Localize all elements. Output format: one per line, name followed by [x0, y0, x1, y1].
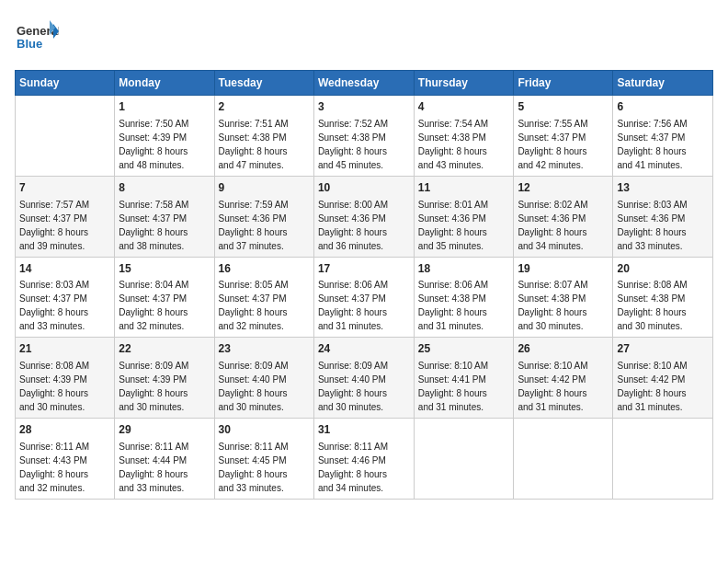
day-number: 9 [219, 180, 310, 196]
day-number: 29 [119, 422, 210, 438]
calendar-cell: 24Sunrise: 8:09 AM Sunset: 4:40 PM Dayli… [313, 338, 414, 419]
day-info: Sunrise: 8:10 AM Sunset: 4:42 PM Dayligh… [617, 359, 709, 414]
calendar-cell: 11Sunrise: 8:01 AM Sunset: 4:36 PM Dayli… [414, 176, 514, 257]
day-number: 4 [418, 99, 510, 115]
day-info: Sunrise: 8:06 AM Sunset: 4:38 PM Dayligh… [418, 278, 510, 333]
day-number: 10 [318, 180, 410, 196]
day-info: Sunrise: 8:05 AM Sunset: 4:37 PM Dayligh… [219, 278, 310, 333]
day-info: Sunrise: 8:03 AM Sunset: 4:36 PM Dayligh… [617, 198, 709, 253]
calendar-cell: 28Sunrise: 8:11 AM Sunset: 4:43 PM Dayli… [16, 419, 115, 500]
column-header-tuesday: Tuesday [214, 71, 313, 96]
day-number: 8 [119, 180, 210, 196]
day-info: Sunrise: 8:08 AM Sunset: 4:39 PM Dayligh… [19, 359, 110, 414]
calendar-cell: 25Sunrise: 8:10 AM Sunset: 4:41 PM Dayli… [414, 338, 514, 419]
calendar-table: SundayMondayTuesdayWednesdayThursdayFrid… [15, 70, 713, 500]
day-info: Sunrise: 7:52 AM Sunset: 4:38 PM Dayligh… [318, 117, 410, 172]
calendar-week-row: 14Sunrise: 8:03 AM Sunset: 4:37 PM Dayli… [16, 257, 713, 338]
day-number: 3 [318, 99, 410, 115]
day-number: 5 [518, 99, 609, 115]
day-number: 24 [318, 341, 410, 357]
day-info: Sunrise: 7:54 AM Sunset: 4:38 PM Dayligh… [418, 117, 510, 172]
day-number: 11 [418, 180, 510, 196]
day-info: Sunrise: 8:09 AM Sunset: 4:40 PM Dayligh… [318, 359, 410, 414]
day-info: Sunrise: 8:04 AM Sunset: 4:37 PM Dayligh… [119, 278, 210, 333]
day-number: 14 [19, 261, 110, 277]
day-info: Sunrise: 8:08 AM Sunset: 4:38 PM Dayligh… [617, 278, 709, 333]
calendar-week-row: 21Sunrise: 8:08 AM Sunset: 4:39 PM Dayli… [16, 338, 713, 419]
calendar-cell: 15Sunrise: 8:04 AM Sunset: 4:37 PM Dayli… [115, 257, 214, 338]
day-number: 6 [617, 99, 709, 115]
calendar-cell: 6Sunrise: 7:56 AM Sunset: 4:37 PM Daylig… [613, 96, 713, 177]
day-info: Sunrise: 8:02 AM Sunset: 4:36 PM Dayligh… [518, 198, 609, 253]
day-info: Sunrise: 8:11 AM Sunset: 4:44 PM Dayligh… [119, 440, 210, 495]
calendar-cell: 1Sunrise: 7:50 AM Sunset: 4:39 PM Daylig… [115, 96, 214, 177]
calendar-week-row: 7Sunrise: 7:57 AM Sunset: 4:37 PM Daylig… [16, 176, 713, 257]
day-info: Sunrise: 8:11 AM Sunset: 4:43 PM Dayligh… [19, 440, 110, 495]
day-number: 23 [219, 341, 310, 357]
day-number: 25 [418, 341, 510, 357]
day-info: Sunrise: 8:09 AM Sunset: 4:39 PM Dayligh… [119, 359, 210, 414]
header: General Blue [15, 15, 713, 63]
day-number: 27 [617, 341, 709, 357]
day-info: Sunrise: 7:55 AM Sunset: 4:37 PM Dayligh… [518, 117, 609, 172]
calendar-cell: 18Sunrise: 8:06 AM Sunset: 4:38 PM Dayli… [414, 257, 514, 338]
day-info: Sunrise: 8:10 AM Sunset: 4:41 PM Dayligh… [418, 359, 510, 414]
calendar-week-row: 28Sunrise: 8:11 AM Sunset: 4:43 PM Dayli… [16, 419, 713, 500]
day-number: 16 [219, 261, 310, 277]
day-number: 30 [219, 422, 310, 438]
calendar-cell: 3Sunrise: 7:52 AM Sunset: 4:38 PM Daylig… [313, 96, 414, 177]
day-info: Sunrise: 8:11 AM Sunset: 4:46 PM Dayligh… [318, 440, 410, 495]
day-number: 17 [318, 261, 410, 277]
calendar-cell: 29Sunrise: 8:11 AM Sunset: 4:44 PM Dayli… [115, 419, 214, 500]
calendar-cell: 14Sunrise: 8:03 AM Sunset: 4:37 PM Dayli… [16, 257, 115, 338]
column-header-friday: Friday [514, 71, 613, 96]
column-header-saturday: Saturday [613, 71, 713, 96]
day-number: 19 [518, 261, 609, 277]
day-info: Sunrise: 7:59 AM Sunset: 4:36 PM Dayligh… [219, 198, 310, 253]
logo-graphic: General Blue [15, 15, 59, 63]
day-info: Sunrise: 8:07 AM Sunset: 4:38 PM Dayligh… [518, 278, 609, 333]
calendar-cell: 10Sunrise: 8:00 AM Sunset: 4:36 PM Dayli… [313, 176, 414, 257]
calendar-cell: 12Sunrise: 8:02 AM Sunset: 4:36 PM Dayli… [514, 176, 613, 257]
day-info: Sunrise: 8:01 AM Sunset: 4:36 PM Dayligh… [418, 198, 510, 253]
day-number: 7 [19, 180, 110, 196]
calendar-cell [414, 419, 514, 500]
calendar-cell: 22Sunrise: 8:09 AM Sunset: 4:39 PM Dayli… [115, 338, 214, 419]
day-number: 13 [617, 180, 709, 196]
calendar-cell: 26Sunrise: 8:10 AM Sunset: 4:42 PM Dayli… [514, 338, 613, 419]
day-number: 21 [19, 341, 110, 357]
calendar-cell: 20Sunrise: 8:08 AM Sunset: 4:38 PM Dayli… [613, 257, 713, 338]
day-number: 20 [617, 261, 709, 277]
day-info: Sunrise: 8:06 AM Sunset: 4:37 PM Dayligh… [318, 278, 410, 333]
calendar-cell [613, 419, 713, 500]
day-info: Sunrise: 7:56 AM Sunset: 4:37 PM Dayligh… [617, 117, 709, 172]
day-info: Sunrise: 7:50 AM Sunset: 4:39 PM Dayligh… [119, 117, 210, 172]
calendar-cell: 31Sunrise: 8:11 AM Sunset: 4:46 PM Dayli… [313, 419, 414, 500]
day-info: Sunrise: 8:11 AM Sunset: 4:45 PM Dayligh… [219, 440, 310, 495]
day-number: 26 [518, 341, 609, 357]
calendar-cell: 13Sunrise: 8:03 AM Sunset: 4:36 PM Dayli… [613, 176, 713, 257]
calendar-cell [16, 96, 115, 177]
day-info: Sunrise: 7:57 AM Sunset: 4:37 PM Dayligh… [19, 198, 110, 253]
column-header-sunday: Sunday [16, 71, 115, 96]
column-header-wednesday: Wednesday [313, 71, 414, 96]
calendar-cell: 21Sunrise: 8:08 AM Sunset: 4:39 PM Dayli… [16, 338, 115, 419]
calendar-cell: 8Sunrise: 7:58 AM Sunset: 4:37 PM Daylig… [115, 176, 214, 257]
logo: General Blue [15, 15, 59, 63]
day-number: 22 [119, 341, 210, 357]
calendar-header-row: SundayMondayTuesdayWednesdayThursdayFrid… [16, 71, 713, 96]
day-number: 15 [119, 261, 210, 277]
day-info: Sunrise: 8:10 AM Sunset: 4:42 PM Dayligh… [518, 359, 609, 414]
calendar-cell: 16Sunrise: 8:05 AM Sunset: 4:37 PM Dayli… [214, 257, 313, 338]
calendar-cell: 5Sunrise: 7:55 AM Sunset: 4:37 PM Daylig… [514, 96, 613, 177]
day-info: Sunrise: 8:09 AM Sunset: 4:40 PM Dayligh… [219, 359, 310, 414]
svg-text:Blue: Blue [17, 37, 42, 51]
column-header-thursday: Thursday [414, 71, 514, 96]
day-number: 31 [318, 422, 410, 438]
day-number: 12 [518, 180, 609, 196]
calendar-cell [514, 419, 613, 500]
calendar-cell: 17Sunrise: 8:06 AM Sunset: 4:37 PM Dayli… [313, 257, 414, 338]
calendar-cell: 7Sunrise: 7:57 AM Sunset: 4:37 PM Daylig… [16, 176, 115, 257]
day-info: Sunrise: 8:00 AM Sunset: 4:36 PM Dayligh… [318, 198, 410, 253]
day-number: 28 [19, 422, 110, 438]
